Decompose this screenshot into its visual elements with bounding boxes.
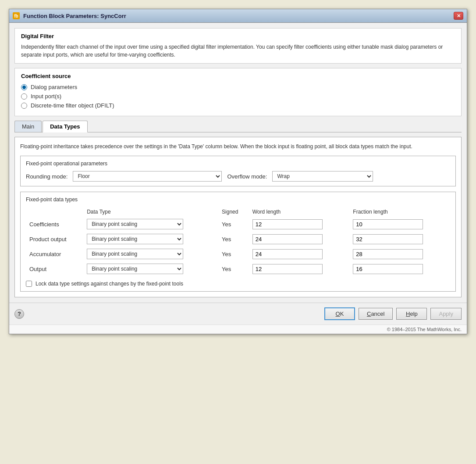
- close-button[interactable]: ✕: [454, 12, 463, 20]
- data-types-table: Data Type Signed Word length Fraction le…: [26, 207, 450, 276]
- row-label-accumulator: Accumulator: [26, 246, 83, 261]
- row-data-type-product: Binary point scaling: [83, 232, 218, 246]
- col-header-signed: Signed: [218, 207, 249, 217]
- data-type-select-coefficients[interactable]: Binary point scaling: [87, 219, 183, 229]
- row-data-type-accumulator: Binary point scaling: [83, 246, 218, 261]
- col-header-fraction-length: Fraction length: [349, 207, 450, 217]
- word-length-input-coefficients[interactable]: [252, 219, 323, 229]
- fraction-length-accumulator: [349, 246, 450, 261]
- tabs-container: Main Data Types Floating-point inheritan…: [14, 121, 462, 297]
- data-type-select-product[interactable]: Binary point scaling: [87, 234, 183, 244]
- tab-data-types[interactable]: Data Types: [43, 121, 87, 132]
- help-icon: ?: [18, 311, 21, 317]
- col-header-word-length: Word length: [249, 207, 350, 217]
- copyright-bar: © 1984–2015 The MathWorks, Inc.: [9, 325, 467, 334]
- radio-item-dialog[interactable]: Dialog parameters: [21, 84, 455, 90]
- signed-accumulator: Yes: [218, 246, 249, 261]
- main-window: fb Function Block Parameters: SyncCorr ✕…: [9, 9, 467, 334]
- data-type-select-output[interactable]: Binary point scaling: [87, 264, 183, 274]
- window-title: Function Block Parameters: SyncCorr: [23, 13, 126, 19]
- window-icon: fb: [13, 12, 20, 19]
- fixed-point-data-group: Fixed-point data types Data Type Signed …: [20, 192, 456, 292]
- fraction-length-product: [349, 232, 450, 246]
- digital-filter-title: Digital Filter: [21, 33, 455, 39]
- radio-input-ports[interactable]: [21, 93, 27, 100]
- title-bar: fb Function Block Parameters: SyncCorr ✕: [9, 9, 467, 23]
- title-bar-left: fb Function Block Parameters: SyncCorr: [13, 12, 126, 19]
- row-label-product-output: Product output: [26, 232, 83, 246]
- word-length-coefficients: [249, 217, 350, 232]
- apply-label: Apply: [439, 311, 453, 317]
- radio-dialog-params[interactable]: [21, 84, 27, 90]
- word-length-input-product[interactable]: [252, 234, 323, 244]
- tab-main[interactable]: Main: [14, 121, 42, 132]
- table-header-row: Data Type Signed Word length Fraction le…: [26, 207, 450, 217]
- rounding-mode-label: Rounding mode:: [26, 173, 67, 180]
- col-header-empty: [26, 207, 83, 217]
- table-row: Product output Binary point scaling Yes: [26, 232, 450, 246]
- cancel-button[interactable]: Cancel: [359, 308, 393, 320]
- lock-label: Lock data type settings against changes …: [36, 281, 183, 287]
- rounding-mode-select[interactable]: Floor Ceiling Convergent Nearest Round S…: [73, 171, 222, 182]
- tabs-bar: Main Data Types: [14, 121, 462, 132]
- table-row: Accumulator Binary point scaling Yes: [26, 246, 450, 261]
- coefficient-source-label: Coefficient source: [21, 73, 455, 79]
- col-header-data-type: Data Type: [83, 207, 218, 217]
- fixed-point-data-title: Fixed-point data types: [26, 196, 450, 203]
- radio-dfilt[interactable]: [21, 103, 27, 109]
- fraction-length-coefficients: [349, 217, 450, 232]
- apply-button[interactable]: Apply: [430, 308, 462, 320]
- row-label-coefficients: Coefficients: [26, 217, 83, 232]
- word-length-output: [249, 261, 350, 276]
- copyright-text: © 1984–2015 The MathWorks, Inc.: [387, 327, 462, 332]
- help-icon-button[interactable]: ?: [14, 309, 24, 319]
- radio-item-dfilt[interactable]: Discrete-time filter object (DFILT): [21, 102, 455, 109]
- radio-dialog-params-label: Dialog parameters: [31, 84, 77, 90]
- radio-input-ports-label: Input port(s): [31, 93, 61, 100]
- fixed-point-ops-group: Fixed-point operational parameters Round…: [20, 156, 456, 186]
- operational-params-row: Rounding mode: Floor Ceiling Convergent …: [26, 171, 450, 182]
- fixed-point-ops-title: Fixed-point operational parameters: [26, 161, 450, 167]
- digital-filter-section: Digital Filter Independently filter each…: [14, 28, 462, 64]
- row-label-output: Output: [26, 261, 83, 276]
- fraction-length-input-coefficients[interactable]: [353, 219, 423, 229]
- row-data-type-coefficients: Binary point scaling: [83, 217, 218, 232]
- digital-filter-description: Independently filter each channel of the…: [21, 43, 455, 59]
- signed-product: Yes: [218, 232, 249, 246]
- word-length-product: [249, 232, 350, 246]
- ok-button[interactable]: OK: [324, 307, 355, 320]
- lock-row: Lock data type settings against changes …: [26, 281, 450, 287]
- footer-left: ?: [14, 309, 24, 319]
- floating-point-note: Floating-point inheritance takes precede…: [20, 143, 456, 150]
- word-length-input-accumulator[interactable]: [252, 249, 323, 259]
- help-button[interactable]: Help: [396, 308, 427, 320]
- table-row: Coefficients Binary point scaling Yes: [26, 217, 450, 232]
- coefficient-source-radio-group: Dialog parameters Input port(s) Discrete…: [21, 84, 455, 109]
- lock-checkbox[interactable]: [26, 281, 32, 287]
- main-content: Digital Filter Independently filter each…: [9, 23, 467, 303]
- fraction-length-output: [349, 261, 450, 276]
- radio-dfilt-label: Discrete-time filter object (DFILT): [31, 102, 114, 109]
- coefficient-source-section: Coefficient source Dialog parameters Inp…: [14, 68, 462, 116]
- signed-output: Yes: [218, 261, 249, 276]
- overflow-mode-label: Overflow mode:: [227, 173, 267, 180]
- fraction-length-input-output[interactable]: [353, 264, 423, 274]
- tab-content-data-types: Floating-point inheritance takes precede…: [14, 137, 462, 297]
- signed-coefficients: Yes: [218, 217, 249, 232]
- row-data-type-output: Binary point scaling: [83, 261, 218, 276]
- data-type-select-accumulator[interactable]: Binary point scaling: [87, 249, 183, 259]
- word-length-input-output[interactable]: [252, 264, 323, 274]
- footer: ? OK Cancel Help Apply: [9, 303, 467, 325]
- overflow-mode-select[interactable]: Wrap Saturate: [272, 171, 373, 182]
- fraction-length-input-product[interactable]: [353, 234, 423, 244]
- table-row: Output Binary point scaling Yes: [26, 261, 450, 276]
- fraction-length-input-accumulator[interactable]: [353, 249, 423, 259]
- radio-item-input-ports[interactable]: Input port(s): [21, 93, 455, 100]
- word-length-accumulator: [249, 246, 350, 261]
